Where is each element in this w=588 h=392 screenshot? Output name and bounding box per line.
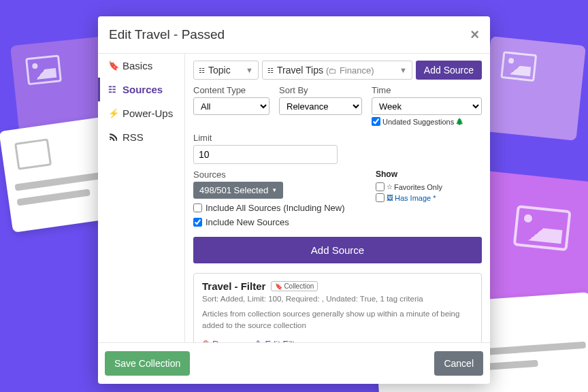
bookmark-icon: 🔖 xyxy=(108,61,118,71)
sidebar-item-label: Basics xyxy=(122,60,152,71)
time-select[interactable]: Week xyxy=(372,97,482,115)
star-icon: ☆ xyxy=(387,183,393,191)
undated-label: Undated Suggestions xyxy=(382,118,454,126)
sort-by-select[interactable]: Relevance xyxy=(279,97,362,115)
content-type-select[interactable]: All xyxy=(193,97,270,115)
add-source-button-top[interactable]: Add Source xyxy=(416,61,482,80)
list-icon: ☷ xyxy=(267,67,274,74)
favorites-checkbox[interactable] xyxy=(376,182,385,191)
include-all-checkbox[interactable] xyxy=(193,203,202,212)
trash-icon: 🗑 xyxy=(202,339,210,342)
sidebar-item-label: RSS xyxy=(122,131,144,143)
chevron-down-icon: ▼ xyxy=(246,66,253,74)
include-new-checkbox[interactable] xyxy=(193,218,202,227)
subtopic-category: (🗀 Finance) xyxy=(326,65,374,76)
bg-decoration xyxy=(481,36,586,141)
add-source-button-big[interactable]: Add Source xyxy=(193,237,482,263)
sort-by-label: Sort By xyxy=(279,85,362,95)
remove-label: Remove xyxy=(212,339,245,343)
sidebar: 🔖 Basics ☷ Sources ⚡ Power-Ups RSS xyxy=(98,54,185,342)
edit-filters-button[interactable]: ✎ Edit Filters xyxy=(256,339,306,343)
remove-button[interactable]: 🗑 Remove xyxy=(202,339,245,343)
show-label: Show xyxy=(376,169,482,179)
edit-collection-modal: Edit Travel - Passed × 🔖 Basics ☷ Source… xyxy=(98,16,490,384)
sources-selected-dropdown[interactable]: 498/501 Selected ▼ xyxy=(193,182,283,199)
close-button[interactable]: × xyxy=(470,26,479,44)
sources-selected-label: 498/501 Selected xyxy=(199,185,268,195)
subtopic-label: Travel Tips xyxy=(277,65,323,76)
chevron-down-icon: ▼ xyxy=(399,66,407,74)
limit-label: Limit xyxy=(193,133,482,143)
bolt-icon: ⚡ xyxy=(108,108,118,118)
sidebar-item-rss[interactable]: RSS xyxy=(98,125,184,149)
subtopic-dropdown[interactable]: ☷ Travel Tips (🗀 Finance) ▼ xyxy=(262,61,412,80)
list-icon: ☷ xyxy=(199,67,205,74)
save-collection-button[interactable]: Save Collection xyxy=(105,351,190,376)
has-image-checkbox[interactable] xyxy=(376,193,385,202)
modal-title: Edit Travel - Passed xyxy=(109,27,225,42)
rss-icon xyxy=(108,132,118,143)
sidebar-item-sources[interactable]: ☷ Sources xyxy=(98,78,184,101)
card-subtitle: Sort: Added, Limit: 100, Required: , Und… xyxy=(202,295,473,303)
favorites-label: Favorites Only xyxy=(394,183,442,191)
source-card: Travel - Filter 🔖Collection Sort: Added,… xyxy=(193,273,482,342)
topic-dropdown[interactable]: ☷ Topic ▼ xyxy=(193,61,259,80)
sources-label: Sources xyxy=(193,169,376,180)
limit-input[interactable] xyxy=(193,145,338,164)
sidebar-item-basics[interactable]: 🔖 Basics xyxy=(98,54,184,78)
content-panel: ☷ Topic ▼ ☷ Travel Tips (🗀 Finance) ▼ Ad… xyxy=(185,54,490,342)
sidebar-item-label: Sources xyxy=(122,84,163,95)
include-all-label: Include All Sources (Including New) xyxy=(206,203,345,213)
folder-icon: 🗀 xyxy=(329,66,337,76)
list-icon: ☷ xyxy=(108,84,118,95)
sidebar-item-powerups[interactable]: ⚡ Power-Ups xyxy=(98,101,184,125)
include-new-label: Include New Sources xyxy=(206,217,289,227)
topic-label: Topic xyxy=(208,65,231,76)
undated-checkbox[interactable] xyxy=(372,117,380,126)
collection-badge: 🔖Collection xyxy=(271,281,318,291)
has-image-label: Has Image * xyxy=(395,194,436,202)
bookmark-icon: 🔖 xyxy=(275,283,282,290)
time-label: Time xyxy=(372,85,482,95)
modal-header: Edit Travel - Passed × xyxy=(98,16,490,54)
caret-down-icon: ▼ xyxy=(272,187,277,193)
image-icon: 🖼 xyxy=(387,194,393,201)
sidebar-item-label: Power-Ups xyxy=(122,108,173,119)
card-title: Travel - Filter xyxy=(202,280,265,292)
card-description: Articles from collection sources general… xyxy=(202,308,473,332)
pencil-icon: ✎ xyxy=(256,339,263,342)
content-type-label: Content Type xyxy=(193,85,270,95)
cancel-button[interactable]: Cancel xyxy=(434,351,483,376)
edit-label: Edit Filters xyxy=(265,339,306,343)
modal-footer: Save Collection Cancel xyxy=(98,343,490,384)
tree-icon: 🌲 xyxy=(455,118,463,125)
